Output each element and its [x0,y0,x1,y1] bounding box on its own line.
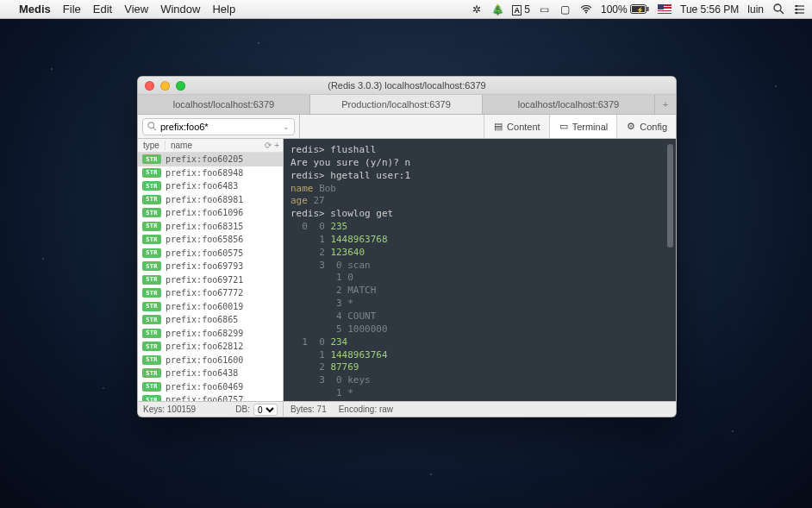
key-row[interactable]: STRprefix:foo6483 [138,179,283,193]
key-row[interactable]: STRprefix:foo60205 [138,153,283,166]
key-row[interactable]: STRprefix:foo68299 [138,327,283,341]
key-name: prefix:foo68299 [166,329,243,338]
menubar-airplay-icon[interactable]: ▢ [559,3,572,16]
search-history-chevron-icon[interactable]: ⌄ [283,122,290,131]
tab-connection-1[interactable]: localhost/localhost:6379 [138,95,310,114]
key-row[interactable]: STRprefix:foo6438 [138,367,283,380]
svg-point-0 [585,11,587,13]
key-name: prefix:foo68315 [166,222,243,231]
status-db: DB: 0 [235,404,278,416]
status-encoding: Encoding: raw [339,405,393,414]
key-row[interactable]: STRprefix:foo60575 [138,247,283,260]
status-keys: Keys: 100159 [143,405,196,414]
db-select[interactable]: 0 [253,404,278,416]
window-minimize-button[interactable] [160,81,170,91]
terminal-output: redis> flushall Are you sure (y/n)? n re… [290,144,669,401]
key-row[interactable]: STRprefix:foo67772 [138,286,283,300]
key-name: prefix:foo69793 [166,261,243,271]
key-name: prefix:foo61600 [166,355,243,365]
view-config-button[interactable]: ⚙ Config [616,115,676,138]
status-bar: Keys: 100159 DB: 0 Bytes: 71 Encoding: r… [138,401,676,417]
view-terminal-button[interactable]: ▭ Terminal [549,115,617,138]
key-row[interactable]: STRprefix:foo6865 [138,313,283,327]
type-badge: STR [142,261,161,271]
type-badge: STR [142,168,161,178]
menubar-notification-icon[interactable] [793,3,805,16]
window-close-button[interactable] [145,81,154,91]
window-titlebar[interactable]: (Redis 3.0.3) localhost/localhost:6379 [138,77,676,95]
column-type[interactable]: type [138,141,166,150]
svg-point-10 [795,4,797,7]
type-badge: STR [142,288,161,298]
type-badge: STR [142,275,161,285]
app-window: (Redis 3.0.3) localhost/localhost:6379 l… [137,76,677,417]
menubar-clock[interactable]: Tue 5:56 PM [680,3,739,16]
type-badge: STR [142,222,161,231]
key-list-header: type name ⟳ + [138,139,283,153]
view-content-button[interactable]: ▤ Content [484,115,549,138]
key-name: prefix:foo60757 [166,395,243,401]
type-badge: STR [142,382,161,392]
menubar-item-file[interactable]: File [63,3,81,16]
type-badge: STR [142,329,161,338]
key-row[interactable]: STRprefix:foo65856 [138,233,283,247]
key-row[interactable]: STRprefix:foo60469 [138,380,283,394]
tab-connection-3[interactable]: localhost/localhost:6379 [483,95,655,114]
menubar-display-icon[interactable]: ▭ [539,3,551,16]
key-row[interactable]: STRprefix:foo60019 [138,300,283,314]
tab-connection-2[interactable]: Production/localhost:6379 [310,95,483,114]
key-row[interactable]: STRprefix:foo69721 [138,273,283,287]
svg-point-12 [795,11,797,14]
type-badge: STR [142,395,161,401]
type-badge: STR [142,208,161,217]
key-row[interactable]: STRprefix:foo68981 [138,193,283,207]
key-search-input[interactable] [160,122,279,132]
svg-line-14 [153,128,156,130]
svg-text:⚡: ⚡ [636,5,644,13]
key-row[interactable]: STRprefix:foo68315 [138,220,283,234]
menubar-item-view[interactable]: View [124,3,148,16]
key-name: prefix:foo68948 [166,168,243,178]
menubar-app-name[interactable]: Medis [19,3,51,16]
key-search-field[interactable]: ⌄ [142,118,295,135]
status-bytes: Bytes: 71 [290,405,327,414]
type-badge: STR [142,355,161,365]
connection-tabs: localhost/localhost:6379 Production/loca… [138,95,676,115]
window-title: (Redis 3.0.3) localhost/localhost:6379 [138,80,676,91]
key-search: ⌄ [138,115,300,138]
key-name: prefix:foo68981 [166,195,243,204]
type-badge: STR [142,302,161,311]
type-badge: STR [142,235,161,244]
svg-point-11 [795,8,797,10]
menubar-item-window[interactable]: Window [160,3,200,16]
menubar-adobe-icon[interactable]: A A 55 [512,3,530,16]
key-row[interactable]: STRprefix:foo61600 [138,354,283,367]
terminal-scrollbar[interactable] [667,144,673,248]
menubar-input-flag-icon[interactable] [658,4,671,14]
terminal-panel[interactable]: redis> flushall Are you sure (y/n)? n re… [284,139,676,401]
refresh-keys-icon[interactable]: ⟳ [265,141,272,150]
window-zoom-button[interactable] [176,81,185,91]
menubar-spotlight-icon[interactable] [772,3,784,16]
menubar-item-help[interactable]: Help [212,3,235,16]
add-key-icon[interactable]: + [274,141,279,150]
toolbar: ⌄ ▤ Content ▭ Terminal ⚙ Config [138,115,676,139]
menubar-user[interactable]: luin [747,3,764,16]
menubar-battery[interactable]: 100% ⚡ [601,3,649,16]
menubar-item-edit[interactable]: Edit [93,3,112,16]
column-name[interactable]: name [166,141,265,150]
type-badge: STR [142,315,161,324]
tab-add-button[interactable]: + [655,95,676,114]
key-name: prefix:foo6865 [166,315,238,324]
key-row[interactable]: STRprefix:foo69793 [138,260,283,273]
key-row[interactable]: STRprefix:foo60757 [138,393,283,401]
key-row[interactable]: STRprefix:foo62812 [138,340,283,354]
key-row[interactable]: STRprefix:foo61096 [138,206,283,220]
key-row[interactable]: STRprefix:foo68948 [138,166,283,180]
menubar-wifi-icon[interactable] [580,3,592,16]
svg-point-13 [148,122,154,129]
menubar-tree-icon[interactable]: 🎄 [491,3,503,16]
gear-icon: ⚙ [626,122,636,132]
key-name: prefix:foo60019 [166,302,243,311]
menubar-extra-icon[interactable]: ✲ [471,3,483,16]
